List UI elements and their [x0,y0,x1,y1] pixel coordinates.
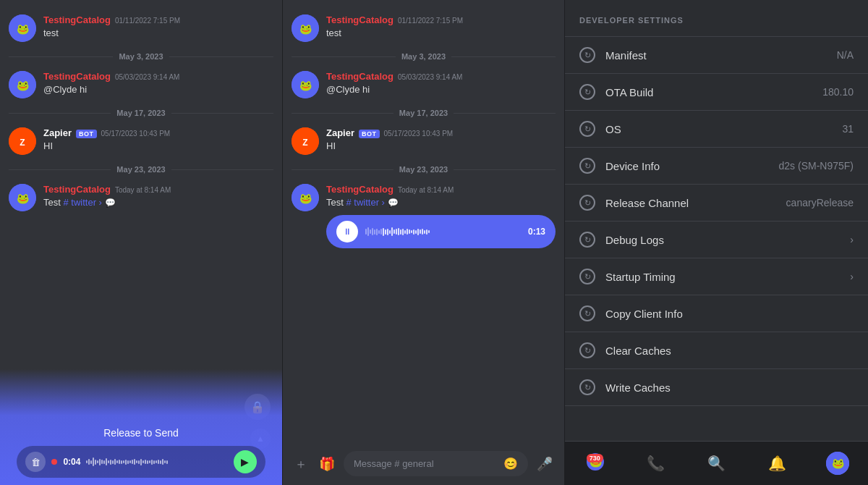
panel-developer-settings: DEVELOPER SETTINGS ↻ Manifest N/A ↻ OTA … [564,0,868,485]
nav-profile[interactable]: 🐸 [823,449,852,478]
setting-debug-logs[interactable]: ↻ Debug Logs › [565,222,868,258]
panel-chat-audio: 🐸 TestingCatalog 01/11/2022 7:15 PM test… [282,0,564,485]
developer-settings-list: ↻ Manifest N/A ↻ OTA Build 180.10 ↻ OS 3… [565,37,868,441]
avatar: Z [9,127,36,155]
sync-icon: ↻ [579,121,595,137]
setting-os[interactable]: ↻ OS 31 [565,111,868,148]
sync-icon: ↻ [579,305,595,321]
message-header: TestingCatalog 05/03/2023 9:14 AM [43,71,273,82]
date-divider-text: May 3, 2023 [401,52,446,61]
setting-copy-client-info-label: Copy Client Info [605,308,854,320]
message-text: Test # twitter › 💬 [326,196,556,209]
sync-icon: ↻ [579,158,595,174]
developer-settings-title: DEVELOPER SETTINGS [579,16,684,25]
date-divider-text: May 23, 2023 [116,165,165,174]
setting-clear-caches-label: Clear Caches [605,345,854,357]
setting-startup-timing-label: Startup Timing [605,271,844,283]
message-author: TestingCatalog [326,71,393,82]
message-header: TestingCatalog Today at 8:14 AM [326,184,556,195]
message-group: 🐸 TestingCatalog 01/11/2022 7:15 PM test [292,12,556,45]
message-author: Zapier [326,127,354,138]
audio-player: ⏸ [326,215,556,248]
release-to-send-label: Release to Send [103,427,179,439]
setting-write-caches[interactable]: ↻ Write Caches [565,369,868,406]
setting-ota-build-label: OTA Build [605,86,822,98]
message-header: TestingCatalog 01/11/2022 7:15 PM [43,14,273,25]
recording-overlay: Release to Send 🗑 0:04 [0,369,282,485]
developer-settings-header: DEVELOPER SETTINGS [565,0,868,37]
user-avatar: 🐸 [826,452,849,475]
bot-badge: BOT [359,130,380,138]
recording-dot [51,459,57,465]
panel-chat-recording: 🐸 TestingCatalog 01/11/2022 7:15 PM test… [0,0,282,485]
message-content: Zapier BOT 05/17/2023 10:43 PM HI [43,127,273,153]
date-divider: May 17, 2023 [292,109,556,117]
setting-copy-client-info[interactable]: ↻ Copy Client Info [565,295,868,332]
message-header: Zapier BOT 05/17/2023 10:43 PM [43,127,273,138]
setting-startup-timing[interactable]: ↻ Startup Timing › [565,258,868,295]
setting-device-info-value: d2s (SM-N975F) [779,160,854,172]
message-content: TestingCatalog 01/11/2022 7:15 PM test [326,14,556,40]
setting-manifest-label: Manifest [605,49,837,62]
date-divider-text: May 17, 2023 [399,109,448,117]
avatar: 🐸 [292,14,319,42]
message-header: Zapier BOT 05/17/2023 10:43 PM [326,127,556,138]
message-group: 🐸 TestingCatalog 05/03/2023 9:14 AM @Cly… [9,68,273,101]
date-divider: May 23, 2023 [9,165,273,174]
message-timestamp: 05/03/2023 9:14 AM [115,73,180,81]
sync-icon: ↻ [579,47,595,63]
message-group: Z Zapier BOT 05/17/2023 10:43 PM HI [9,125,273,158]
message-text: test [43,27,273,40]
bottom-navigation: 🐸 730 📞 🔍 🔔 🐸 [565,441,868,485]
message-content: Zapier BOT 05/17/2023 10:43 PM HI [326,127,556,153]
chat-input-bar: ＋ 🎁 Message # general 😊 🎤 [283,445,564,485]
message-text: HI [326,140,556,153]
emoji-button[interactable]: 😊 [503,457,518,471]
setting-release-channel-label: Release Channel [605,197,786,209]
date-divider-text: May 23, 2023 [399,165,448,174]
message-author: TestingCatalog [43,71,111,82]
mic-button[interactable]: 🎤 [534,453,556,475]
message-author: TestingCatalog [43,184,111,195]
date-divider-text: May 17, 2023 [116,109,165,117]
avatar: 🐸 [9,184,36,211]
message-group: Z Zapier BOT 05/17/2023 10:43 PM HI [292,125,556,158]
setting-clear-caches[interactable]: ↻ Clear Caches [565,332,868,369]
message-author: TestingCatalog [326,14,393,25]
phone-icon: 📞 [647,455,665,472]
add-button[interactable]: ＋ [292,452,310,476]
sync-icon: ↻ [579,379,595,395]
nav-notifications[interactable]: 🔔 [762,449,791,478]
svg-text:Z: Z [302,138,307,148]
message-timestamp: 05/17/2023 10:43 PM [101,130,171,138]
send-button[interactable]: ▶ [234,450,257,473]
setting-release-channel[interactable]: ↻ Release Channel canaryRelease [565,185,868,222]
trash-button[interactable]: 🗑 [25,452,46,472]
sync-icon: ↻ [579,269,595,284]
message-input[interactable]: Message # general 😊 [344,451,528,476]
recording-bar: 🗑 0:04 [17,446,265,478]
setting-write-caches-label: Write Caches [605,381,854,394]
nav-search[interactable]: 🔍 [702,449,731,478]
message-text: HI [43,140,273,153]
message-group: 🐸 TestingCatalog 01/11/2022 7:15 PM test [9,12,273,45]
setting-device-info[interactable]: ↻ Device Info d2s (SM-N975F) [565,148,868,185]
message-text: Test # twitter › 💬 [43,196,273,209]
setting-os-value: 31 [842,123,854,135]
setting-ota-build[interactable]: ↻ OTA Build 180.10 [565,74,868,111]
audio-time: 0:13 [528,227,545,237]
message-timestamp: 05/03/2023 9:14 AM [398,73,463,81]
message-timestamp: 01/11/2022 7:15 PM [115,17,180,25]
chevron-right-icon: › [850,234,854,245]
message-text: @Clyde hi [326,83,556,96]
message-input-placeholder: Message # general [354,458,434,469]
message-group: 🐸 TestingCatalog Today at 8:14 AM Test #… [9,181,273,214]
pause-button[interactable]: ⏸ [336,221,358,242]
gift-button[interactable]: 🎁 [316,453,338,475]
nav-home[interactable]: 🐸 730 [581,449,610,478]
sync-icon: ↻ [579,84,595,100]
date-divider: May 3, 2023 [292,52,556,61]
recording-time: 0:04 [63,457,80,467]
setting-manifest[interactable]: ↻ Manifest N/A [565,37,868,74]
nav-calls[interactable]: 📞 [642,449,671,478]
